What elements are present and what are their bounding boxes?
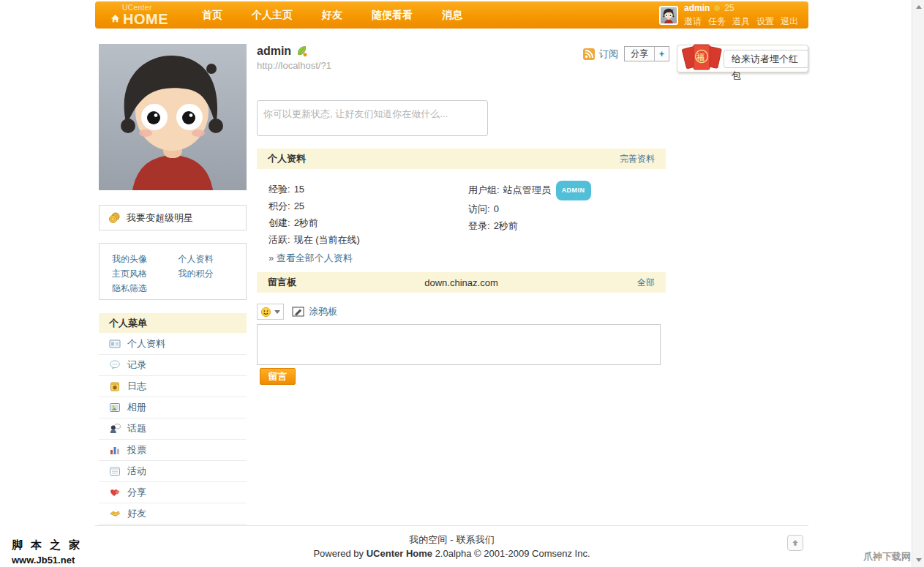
- profile-avatar-image: [99, 44, 247, 190]
- nav-item-my-space[interactable]: 个人主页: [252, 9, 293, 22]
- admin-badge: ADMIN: [556, 181, 591, 200]
- menu-label: 投票: [127, 443, 146, 457]
- doodle-board-link[interactable]: 涂鸦板: [292, 305, 337, 318]
- fortune-character: 福: [696, 52, 705, 63]
- message-board-header: 留言板 down.chinaz.com 全部: [257, 272, 666, 293]
- complete-profile-link[interactable]: 完善资料: [620, 153, 655, 165]
- scrollbar-up-button[interactable]: [913, 1, 924, 12]
- subscribe-link[interactable]: 订阅: [583, 48, 618, 61]
- hearts-icon: [109, 487, 121, 498]
- vertical-scrollbar[interactable]: [912, 0, 924, 567]
- quick-link-profile[interactable]: 个人资料: [178, 252, 241, 266]
- nav-item-browse[interactable]: 随便看看: [372, 9, 413, 22]
- event-icon: [109, 465, 121, 477]
- menu-label: 活动: [127, 465, 146, 478]
- watermark-jb51-url: www.Jb51.net: [12, 555, 88, 566]
- back-to-top-button[interactable]: [787, 535, 803, 551]
- nav-item-friends[interactable]: 好友: [322, 9, 342, 22]
- exp-value: 15: [294, 184, 304, 195]
- smiley-picker-button[interactable]: [257, 304, 284, 320]
- nav-item-messages[interactable]: 消息: [442, 9, 462, 22]
- status-update-input[interactable]: [257, 100, 488, 136]
- nav-item-home[interactable]: 首页: [202, 9, 222, 22]
- group-value: 站点管理员: [503, 184, 551, 195]
- exp-label: 经验:: [268, 184, 290, 195]
- subscribe-label: 订阅: [599, 48, 618, 61]
- menu-item-profile[interactable]: 个人资料: [99, 334, 247, 355]
- stats-left-column: 经验:15 积分:25 创建:2秒前 活跃:现在 (当前在线): [268, 181, 360, 248]
- product-name-link[interactable]: UCenter Home: [367, 548, 432, 559]
- menu-item-album[interactable]: 相册: [99, 397, 247, 418]
- nav-link-settings[interactable]: 设置: [756, 15, 774, 28]
- menu-item-records[interactable]: 记录: [99, 355, 247, 376]
- quick-link-page-style[interactable]: 主页风格: [112, 267, 175, 281]
- footer-links: 我的空间-联系我们: [95, 533, 808, 547]
- coins-icon: [108, 212, 120, 224]
- group-label: 用户组:: [468, 184, 500, 195]
- menu-label: 相册: [127, 401, 146, 414]
- navbar-avatar[interactable]: [659, 6, 678, 25]
- footer-my-space-link[interactable]: 我的空间: [409, 534, 447, 545]
- active-label: 活跃:: [268, 234, 290, 245]
- powered-prefix: Powered by: [313, 548, 364, 559]
- ucenter-home-logo[interactable]: UCenter HOME: [110, 4, 168, 26]
- menu-item-blog[interactable]: 日志: [99, 376, 247, 397]
- view-full-profile-link[interactable]: » 查看全部个人资料: [268, 252, 353, 265]
- post-message-button[interactable]: 留言: [260, 368, 296, 385]
- profile-info-header: 个人资料 完善资料: [257, 149, 666, 169]
- nav-link-logout[interactable]: 退出: [781, 15, 798, 28]
- message-input[interactable]: [257, 324, 661, 365]
- profile-card-icon: [109, 338, 121, 350]
- top-navbar: UCenter HOME 首页 个人主页 好友 随便看看 消息 admin 25: [95, 1, 808, 29]
- nav-link-invite[interactable]: 邀请: [684, 15, 702, 28]
- visits-label: 访问:: [468, 203, 490, 214]
- created-value: 2秒前: [294, 217, 318, 228]
- smiley-icon: [260, 307, 271, 318]
- chevron-down-icon: [274, 310, 280, 314]
- navbar-credits: 25: [724, 3, 734, 13]
- scrollbar-down-button[interactable]: [913, 555, 924, 566]
- menu-item-events[interactable]: 活动: [99, 461, 247, 482]
- menu-item-topics[interactable]: 话题: [99, 418, 247, 440]
- main-nav: 首页 个人主页 好友 随便看看 消息: [202, 9, 462, 22]
- menu-item-polls[interactable]: 投票: [99, 440, 247, 461]
- profile-url: http://localhost/?1: [257, 60, 331, 71]
- watermark-jb51-title: 脚本之家: [12, 538, 88, 552]
- topic-icon: [109, 423, 121, 435]
- main-column: admin http://localhost/?1 个人资料 完善资料 经验:1…: [257, 45, 666, 440]
- profile-info-title: 个人资料: [268, 152, 306, 165]
- visits-value: 0: [494, 203, 499, 214]
- leaf-icon: [296, 45, 307, 57]
- login-value: 2秒前: [494, 220, 518, 231]
- personal-menu-title: 个人菜单: [99, 313, 247, 333]
- powered-suffix: 2.0alpha © 2001-2009 Comsenz Inc.: [435, 548, 590, 559]
- share-button[interactable]: 分享 +: [624, 46, 669, 61]
- nav-link-tasks[interactable]: 任务: [708, 15, 726, 28]
- personal-menu: 个人资料 记录 日志 相册 话题 投票 活动 分享: [99, 334, 247, 525]
- menu-item-shares[interactable]: 分享: [99, 482, 247, 503]
- quick-link-privacy[interactable]: 隐私筛选: [112, 282, 175, 296]
- share-plus-button[interactable]: +: [654, 47, 669, 61]
- red-envelope-banner[interactable]: 福 给来访者埋个红包: [677, 42, 808, 76]
- navbar-user-area: admin 25 邀请 任务 道具 设置 退出: [659, 3, 798, 28]
- view-all-messages-link[interactable]: 全部: [637, 277, 655, 289]
- watermark-jb51: 脚本之家 www.Jb51.net: [12, 538, 88, 566]
- message-toolbar: 涂鸦板: [257, 304, 337, 320]
- red-envelope-label: 给来访者埋个红包: [724, 50, 808, 68]
- menu-label: 好友: [127, 507, 146, 520]
- created-label: 创建:: [268, 217, 290, 228]
- poll-icon: [109, 444, 121, 456]
- watermark-download-site: 爪神下载网: [863, 550, 911, 563]
- footer-contact-link[interactable]: 联系我们: [457, 534, 495, 545]
- nav-link-props[interactable]: 道具: [732, 15, 750, 28]
- doodle-board-icon: [292, 307, 304, 317]
- menu-label: 记录: [127, 358, 146, 372]
- become-superstar-button[interactable]: 我要变超级明星: [99, 205, 247, 230]
- become-superstar-label: 我要变超级明星: [127, 211, 193, 225]
- menu-item-friends[interactable]: 好友: [99, 503, 247, 525]
- menu-label: 话题: [127, 422, 146, 435]
- quick-link-my-credits[interactable]: 我的积分: [178, 267, 241, 281]
- quick-link-my-avatar[interactable]: 我的头像: [112, 252, 175, 266]
- navbar-username[interactable]: admin: [684, 3, 710, 13]
- handshake-icon: [109, 508, 121, 519]
